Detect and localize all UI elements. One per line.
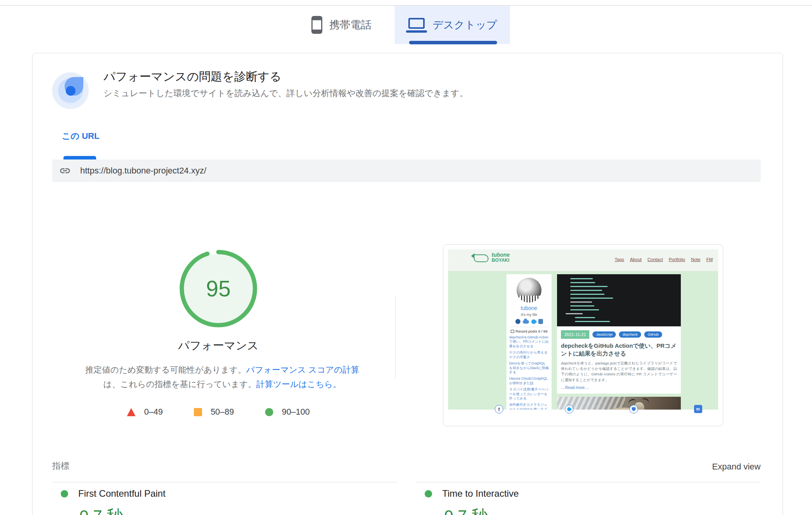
tab-mobile[interactable]: 携帯電話 [311, 6, 371, 44]
link-icon [59, 165, 71, 177]
performance-label: パフォーマンス [47, 338, 390, 354]
site-profile-name: tubone [509, 305, 549, 311]
active-tab-indicator [409, 41, 497, 44]
hatena-shield-icon [629, 405, 638, 413]
site-nav: Tags About Contact Portfolio Note FM [615, 257, 713, 262]
posts-icon [511, 330, 514, 333]
recent-posts-heading: Recent posts 6 / 99 [509, 329, 549, 333]
facebook-share-icon: f [495, 405, 503, 413]
site-preview: tubone BOYAKI Tags About Contact Portfol… [448, 249, 718, 421]
site-screenshot-thumbnail[interactable]: tubone BOYAKI Tags About Contact Portfol… [443, 244, 723, 426]
tag-pill: JavaScript [592, 331, 616, 338]
legend-low-label: 0–49 [144, 407, 163, 417]
hatena-bookmark-icon: B! [694, 405, 702, 413]
laptop-icon [408, 17, 425, 33]
post-link: ラズパイ活用!電子ペーパーを使ってカレンダーを作ってみる [509, 387, 549, 401]
whale-logo-icon [474, 254, 489, 262]
read-more-link: ....Read more.... [561, 385, 677, 390]
metric-name: First Contentful Paint [78, 488, 165, 499]
article-title: depcheckをGitHub Actionで使い、PRコメントに結果を出力させ… [561, 342, 677, 358]
red-triangle-icon [127, 408, 135, 416]
performance-score: 95 [178, 248, 259, 329]
tab-this-url[interactable]: この URL [62, 130, 99, 142]
article-excerpt: depcheckを使うと、package.jsonで定義されたライブラリがコード… [561, 361, 677, 383]
post-link: Denoを使ってGraphQLを叩きながらSlackに投稿する [509, 361, 549, 375]
legend-high-label: 90–100 [282, 407, 310, 417]
site-nav-note: Note [691, 257, 700, 262]
performance-report-card: パフォーマンスの問題を診断する シミュレートした環境でサイトを読み込んで、詳しい… [32, 53, 783, 515]
analyzed-url-bar: https://blog.tubone-project24.xyz/ [52, 159, 761, 182]
tab-desktop-label: デスクトップ [432, 18, 497, 32]
green-circle-icon [265, 408, 273, 416]
site-logo-bottom: BOYAKI [492, 258, 510, 263]
smartphone-icon [311, 16, 322, 34]
orange-square-icon [194, 408, 202, 416]
recent-posts-list: depcheckをGitHub Actionで使い、PRコメントに結果を出力させ… [509, 335, 549, 410]
metric-time-to-interactive: Time to Interactive [425, 488, 519, 499]
performance-score-gauge: 95 [178, 248, 259, 329]
site-profile-tagline: It's my life [509, 312, 549, 317]
site-logo: tubone BOYAKI [492, 252, 510, 263]
page-subtitle: シミュレートした環境でサイトを読み込んで、詳しい分析情報や改善の提案を確認できま… [104, 88, 468, 99]
twitter-share-icon [565, 405, 573, 413]
calculator-link[interactable]: 計算ツールはこちら。 [257, 380, 341, 389]
metric-value-tti: 0.7 秒 [444, 505, 488, 515]
metric-first-contentful-paint: First Contentful Paint [61, 488, 165, 499]
metrics-heading: 指標 [52, 460, 69, 472]
column-divider [395, 295, 395, 379]
site-share-strip: f B! [448, 410, 718, 421]
site-logo-top: tubone [492, 252, 510, 258]
tab-desktop[interactable]: デスクトップ [395, 6, 510, 44]
green-metric-dot-icon [61, 490, 68, 497]
legend-mid-label: 50–89 [211, 407, 234, 417]
disclaimer-text-1: 推定値のため変動する可能性があります。 [85, 365, 246, 375]
url-tab-indicator [63, 156, 96, 159]
site-header: tubone BOYAKI Tags About Contact Portfol… [448, 249, 718, 271]
disclaimer-text-2: は、これらの指標を基に行っています。 [103, 380, 256, 389]
page-title: パフォーマンスの問題を診断する [104, 69, 281, 85]
github-icon [515, 319, 520, 324]
green-metric-dot-icon [425, 490, 432, 497]
legend-range-high: 90–100 [265, 407, 310, 417]
article-meta-row: 2021-11-21 JavaScript depcheck GitHub [561, 330, 677, 339]
metrics-divider-left [52, 482, 397, 482]
site-social-icons [509, 319, 549, 324]
metrics-divider-right [416, 482, 761, 482]
site-nav-fm: FM [706, 257, 713, 262]
legend-range-low: 0–49 [127, 407, 163, 417]
post-link: ヤクの毛刈りから考えるヤクの可愛さ [509, 350, 549, 359]
tag-pill: depcheck [619, 331, 641, 338]
score-disclaimer: 推定値のため変動する可能性があります。パフォーマンス スコアの計算 は、これらの… [43, 363, 401, 392]
article-date-badge: 2021-11-21 [561, 330, 589, 339]
code-block [557, 274, 681, 326]
site-nav-about: About [630, 257, 642, 262]
pagespeed-logo-icon [52, 72, 89, 109]
metric-name: Time to Interactive [442, 488, 519, 499]
post-link: depcheckをGitHub Actionで使い、PRコメントに結果を出力させ… [509, 335, 549, 349]
twitter-icon [530, 319, 537, 325]
post-link: Hasura CloudのGraphQLが便利すぎた話 [509, 377, 549, 385]
analyzed-url: https://blog.tubone-project24.xyz/ [80, 166, 206, 176]
tab-mobile-label: 携帯電話 [329, 18, 371, 32]
expand-view-button[interactable]: Expand view [712, 462, 761, 472]
score-calc-link[interactable]: パフォーマンス スコアの計算 [246, 365, 360, 375]
slideshare-icon [538, 319, 543, 324]
site-avatar [517, 278, 541, 303]
site-article-card: 2021-11-21 JavaScript depcheck GitHub de… [557, 274, 681, 394]
tag-pill: GitHub [644, 331, 662, 338]
metric-value-fcp: 0.7 秒 [79, 505, 123, 515]
site-nav-contact: Contact [647, 257, 663, 262]
legend-range-mid: 50–89 [194, 407, 234, 417]
site-nav-tags: Tags [615, 257, 624, 262]
site-sidebar: tubone It's my life Recent posts 6 / 99 [506, 274, 552, 410]
site-main-column: 2021-11-21 JavaScript depcheck GitHub de… [557, 274, 681, 421]
site-nav-portfolio: Portfolio [669, 257, 685, 262]
pagespeed-insights-page: 携帯電話 デスクトップ パフォーマンスの問題を診断する シミュレートした環境でサ… [0, 0, 812, 515]
score-range-legend: 0–49 50–89 90–100 [47, 407, 390, 417]
cloud-icon [523, 320, 529, 324]
